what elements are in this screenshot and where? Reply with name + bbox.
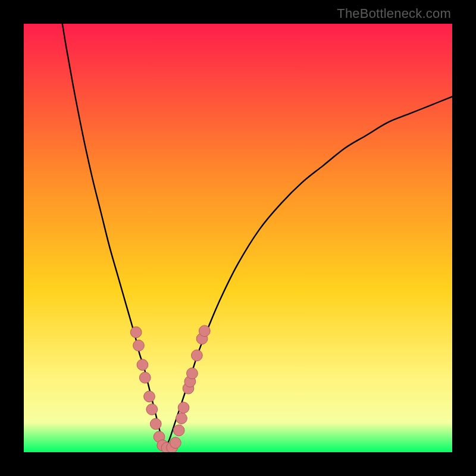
data-markers — [130, 325, 210, 452]
data-marker — [130, 327, 142, 338]
data-marker — [173, 425, 184, 436]
curves-layer — [24, 24, 452, 452]
data-marker — [139, 372, 151, 383]
data-marker — [146, 404, 158, 415]
data-marker — [178, 402, 189, 414]
data-marker — [192, 350, 203, 361]
curve-left — [62, 24, 165, 448]
data-marker — [187, 368, 198, 379]
chart-frame: TheBottleneck.com — [0, 0, 476, 476]
curve-right — [165, 96, 452, 447]
watermark-text: TheBottleneck.com — [337, 6, 451, 21]
data-marker — [144, 391, 155, 402]
data-marker — [133, 340, 145, 351]
plot-area — [24, 24, 452, 452]
data-marker — [176, 413, 187, 424]
data-marker — [199, 325, 210, 337]
data-marker — [170, 437, 181, 449]
data-marker — [150, 418, 161, 430]
data-marker — [137, 359, 148, 371]
